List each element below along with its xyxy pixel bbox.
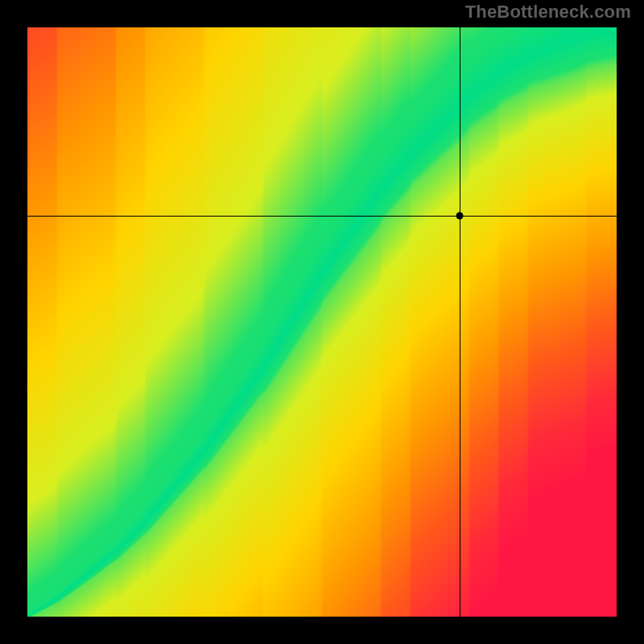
chart-root: TheBottleneck.com — [0, 0, 644, 644]
heatmap-canvas — [27, 27, 617, 617]
plot-area — [27, 27, 617, 617]
chart-frame — [0, 0, 644, 644]
watermark-text: TheBottleneck.com — [465, 2, 631, 23]
crosshair-vertical — [460, 27, 460, 617]
crosshair-marker — [456, 212, 464, 219]
crosshair-horizontal — [27, 216, 617, 217]
